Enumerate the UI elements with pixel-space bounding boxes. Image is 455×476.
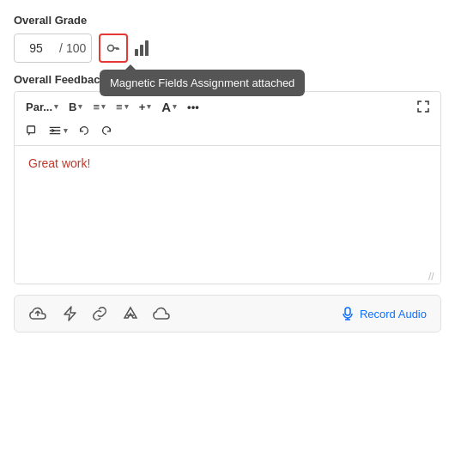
- indent-icon: [48, 125, 62, 136]
- align-btn[interactable]: ≡ ▾: [88, 95, 110, 118]
- list-btn[interactable]: ≡ ▾: [112, 95, 133, 118]
- drive-btn[interactable]: [121, 304, 140, 323]
- upload-icon: [29, 305, 46, 322]
- editor-content: Great work!: [28, 156, 90, 170]
- list-chevron: ▾: [124, 102, 129, 111]
- grade-input-group: / 100: [14, 34, 92, 63]
- link-icon: [91, 305, 108, 322]
- bold-btn[interactable]: B ▾: [64, 95, 87, 118]
- record-audio-label: Record Audio: [360, 308, 427, 320]
- editor-body[interactable]: Great work! //: [15, 146, 440, 284]
- microphone-icon: [341, 307, 355, 320]
- fullscreen-icon: [417, 101, 429, 113]
- font-btn[interactable]: A ▾: [157, 95, 181, 118]
- align-chevron: ▾: [101, 102, 106, 111]
- bold-chevron: ▾: [78, 102, 82, 111]
- cloud-icon: [153, 305, 170, 322]
- grade-input[interactable]: [15, 41, 58, 55]
- overall-grade-label: Overall Grade: [14, 14, 441, 27]
- paragraph-chevron: ▾: [54, 102, 58, 111]
- paragraph-label: Par...: [26, 101, 52, 113]
- insert-chevron: ▾: [147, 102, 151, 111]
- overall-feedback-label: Overall Feedback: [14, 73, 441, 86]
- list-label: ≡: [116, 101, 123, 113]
- grade-max: 100: [64, 41, 91, 55]
- link-btn[interactable]: [90, 304, 109, 323]
- lightning-btn[interactable]: [59, 304, 78, 323]
- bold-label: B: [69, 101, 76, 113]
- indent-chevron: ▾: [64, 126, 68, 135]
- svg-point-0: [108, 46, 114, 52]
- paint-icon: [26, 125, 38, 137]
- font-label: A: [161, 100, 171, 114]
- attachment-button[interactable]: [99, 34, 128, 63]
- drive-icon: [122, 305, 139, 322]
- grade-separator: /: [58, 41, 64, 55]
- more-btn[interactable]: •••: [183, 95, 203, 118]
- font-chevron: ▾: [173, 102, 177, 111]
- toolbar-row-2: ▾: [21, 119, 434, 142]
- align-label: ≡: [93, 101, 100, 113]
- bottom-icons: [28, 304, 171, 323]
- bottom-toolbar: Record Audio: [14, 295, 441, 333]
- editor-toolbar: Par... ▾ B ▾ ≡ ▾ ≡ ▾ + ▾: [15, 92, 440, 146]
- record-audio-btn[interactable]: Record Audio: [341, 307, 427, 320]
- paragraph-btn[interactable]: Par... ▾: [21, 95, 63, 118]
- svg-rect-9: [345, 308, 350, 315]
- fullscreen-btn[interactable]: [413, 95, 434, 118]
- insert-btn[interactable]: + ▾: [135, 95, 156, 118]
- indent-btn[interactable]: ▾: [44, 119, 72, 142]
- editor-wrapper: Par... ▾ B ▾ ≡ ▾ ≡ ▾ + ▾: [14, 91, 441, 284]
- redo-btn[interactable]: [96, 119, 117, 142]
- cloud-btn[interactable]: [152, 304, 171, 323]
- paint-btn[interactable]: [21, 119, 42, 142]
- upload-btn[interactable]: [28, 304, 47, 323]
- key-icon: [106, 41, 120, 55]
- svg-rect-4: [27, 126, 35, 133]
- lightning-icon: [60, 305, 77, 322]
- undo-btn[interactable]: [74, 119, 94, 142]
- redo-icon: [100, 125, 112, 137]
- more-label: •••: [187, 101, 199, 113]
- undo-icon: [78, 125, 90, 137]
- toolbar-row-1: Par... ▾ B ▾ ≡ ▾ ≡ ▾ + ▾: [21, 95, 434, 118]
- resize-handle[interactable]: //: [428, 272, 439, 282]
- grade-row: / 100 Magnetic Fields Assignment attache…: [14, 34, 441, 63]
- insert-label: +: [139, 101, 146, 113]
- bar-chart-icon[interactable]: [135, 40, 149, 56]
